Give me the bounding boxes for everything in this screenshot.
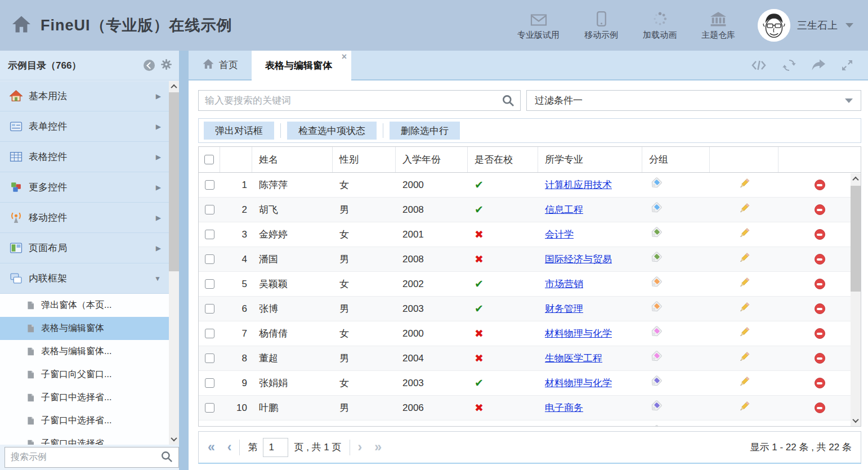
row-checkbox[interactable] bbox=[205, 353, 214, 363]
scrollbar-thumb[interactable] bbox=[851, 186, 861, 292]
expand-icon[interactable] bbox=[841, 59, 853, 71]
scrollbar-thumb[interactable] bbox=[169, 92, 179, 271]
edit-icon[interactable] bbox=[738, 400, 750, 415]
row-checkbox[interactable] bbox=[205, 205, 214, 214]
edit-icon[interactable] bbox=[738, 252, 750, 267]
edit-icon[interactable] bbox=[738, 326, 750, 341]
source-code-icon[interactable] bbox=[751, 60, 767, 71]
next-page-button[interactable]: › bbox=[358, 441, 363, 454]
search-icon[interactable] bbox=[160, 450, 173, 465]
sidebar-item[interactable]: 内联框架 ▼ bbox=[0, 263, 169, 294]
delete-icon[interactable] bbox=[815, 378, 825, 388]
sidebar-item[interactable]: 页面布局 ▶ bbox=[0, 233, 169, 263]
major-link[interactable]: 计算机应用技术 bbox=[545, 178, 612, 191]
sidebar-item[interactable]: 移动控件 ▶ bbox=[0, 203, 169, 233]
page-input[interactable] bbox=[263, 438, 288, 457]
major-link[interactable]: 材料物理与化学 bbox=[545, 327, 612, 340]
header-nav-item[interactable]: 加载动画 bbox=[643, 10, 677, 41]
prev-page-button[interactable]: ‹ bbox=[227, 441, 232, 454]
edit-icon[interactable] bbox=[738, 202, 750, 217]
avatar[interactable] bbox=[758, 9, 790, 42]
header-nav-item[interactable]: 移动示例 bbox=[584, 10, 618, 41]
sidebar-item[interactable]: 表格控件 ▶ bbox=[0, 142, 169, 172]
row-checkbox[interactable] bbox=[205, 304, 214, 314]
edit-icon[interactable] bbox=[738, 177, 750, 193]
enrolled-status-icon: ✖ bbox=[475, 352, 484, 365]
edit-icon[interactable] bbox=[738, 351, 750, 366]
major-link[interactable]: 电子商务 bbox=[545, 401, 583, 414]
edit-icon[interactable] bbox=[738, 301, 750, 316]
row-checkbox[interactable] bbox=[205, 230, 214, 239]
tab-table-edit-window[interactable]: 表格与编辑窗体 × bbox=[252, 51, 351, 80]
header-nav-item[interactable]: 专业版试用 bbox=[517, 10, 560, 41]
major-link[interactable]: 财务管理 bbox=[545, 302, 583, 315]
row-checkbox[interactable] bbox=[205, 329, 214, 338]
sidebar-subitem[interactable]: 表格与编辑窗体 bbox=[0, 317, 169, 340]
scroll-up-icon[interactable] bbox=[851, 173, 861, 185]
collapse-sidebar-icon[interactable] bbox=[144, 60, 155, 71]
edit-icon[interactable] bbox=[738, 276, 750, 292]
sidebar-subitem[interactable]: 子窗口中选择省... bbox=[0, 386, 169, 409]
major-link[interactable]: 国际经济与贸易 bbox=[545, 253, 612, 266]
edit-icon[interactable] bbox=[738, 425, 750, 427]
cell-year: 2008 bbox=[396, 247, 468, 271]
delete-icon[interactable] bbox=[815, 204, 825, 215]
sidebar-subitem[interactable]: 表格与编辑窗体... bbox=[0, 340, 169, 363]
row-checkbox[interactable] bbox=[205, 180, 214, 190]
major-link[interactable]: 生物医学工程 bbox=[545, 352, 602, 365]
edit-icon[interactable] bbox=[738, 227, 750, 242]
filter-dropdown[interactable]: 过滤条件一 bbox=[526, 90, 861, 111]
row-checkbox[interactable] bbox=[205, 403, 214, 413]
major-link[interactable]: 管理学 bbox=[545, 426, 574, 427]
toolbar-button-3[interactable]: 删除选中行 bbox=[390, 122, 460, 140]
table-row: 10 叶鹏 男 2006 ✖ 电子商务 bbox=[199, 396, 861, 420]
toolbar-button-1[interactable]: 弹出对话框 bbox=[204, 122, 274, 140]
app-home-icon[interactable] bbox=[11, 15, 32, 35]
delete-icon[interactable] bbox=[815, 353, 825, 364]
sidebar-scrollbar[interactable] bbox=[169, 81, 179, 445]
scroll-up-icon[interactable] bbox=[169, 81, 179, 92]
cell-gender: 男 bbox=[333, 198, 396, 222]
scroll-down-icon[interactable] bbox=[169, 433, 179, 445]
edit-icon[interactable] bbox=[738, 375, 750, 391]
table-scrollbar[interactable] bbox=[851, 173, 861, 426]
major-link[interactable]: 材料物理与化学 bbox=[545, 377, 612, 390]
refresh-icon[interactable] bbox=[782, 59, 796, 72]
toolbar-button-2[interactable]: 检查选中项状态 bbox=[287, 122, 377, 140]
delete-icon[interactable] bbox=[815, 254, 825, 265]
sidebar-subitem[interactable]: 弹出窗体（本页... bbox=[0, 294, 169, 317]
select-all-checkbox[interactable] bbox=[204, 155, 214, 164]
delete-icon[interactable] bbox=[815, 180, 825, 190]
sidebar-item[interactable]: 表单控件 ▶ bbox=[0, 111, 169, 142]
file-icon bbox=[26, 301, 36, 311]
gear-icon[interactable] bbox=[160, 59, 172, 73]
share-icon[interactable] bbox=[812, 59, 825, 71]
delete-icon[interactable] bbox=[815, 328, 825, 339]
delete-icon[interactable] bbox=[815, 229, 825, 240]
first-page-button[interactable]: « bbox=[208, 441, 215, 454]
major-link[interactable]: 会计学 bbox=[545, 228, 574, 241]
user-menu[interactable]: 三生石上 bbox=[758, 9, 853, 42]
keyword-search-input[interactable]: 输入要搜索的关键词 bbox=[198, 90, 521, 111]
tag-icon bbox=[649, 202, 663, 218]
sidebar-subitem[interactable]: 子窗口中选择省... bbox=[0, 409, 169, 432]
delete-icon[interactable] bbox=[815, 303, 825, 314]
sidebar-search-input[interactable]: 搜索示例 bbox=[5, 447, 179, 468]
scroll-down-icon[interactable] bbox=[851, 415, 861, 426]
sidebar-subitem[interactable]: 子窗口向父窗口... bbox=[0, 363, 169, 386]
search-icon[interactable] bbox=[502, 94, 514, 107]
row-checkbox[interactable] bbox=[205, 378, 214, 388]
major-link[interactable]: 信息工程 bbox=[545, 203, 583, 216]
sidebar-item[interactable]: 基本用法 ▶ bbox=[0, 81, 169, 111]
header-nav-item[interactable]: 主题仓库 bbox=[701, 10, 735, 41]
close-tab-icon[interactable]: × bbox=[342, 52, 347, 61]
delete-icon[interactable] bbox=[815, 279, 825, 289]
row-checkbox[interactable] bbox=[205, 279, 214, 289]
last-page-button[interactable]: » bbox=[374, 441, 382, 454]
sidebar-subitem[interactable]: 子窗口中选择省 bbox=[0, 432, 169, 445]
delete-icon[interactable] bbox=[815, 402, 825, 413]
sidebar-item[interactable]: 更多控件 ▶ bbox=[0, 172, 169, 203]
row-checkbox[interactable] bbox=[205, 254, 214, 264]
tab-home[interactable]: 首页 bbox=[189, 51, 252, 79]
major-link[interactable]: 市场营销 bbox=[545, 277, 583, 290]
